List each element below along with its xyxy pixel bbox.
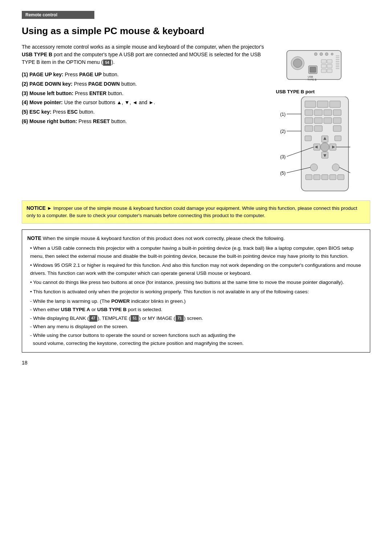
notice-text: Improper use of the simple mouse & keybo… (26, 205, 357, 218)
ref-71: 71 (176, 315, 184, 322)
svg-rect-27 (317, 101, 328, 107)
key-list: (1) PAGE UP key: Press PAGE UP button. (… (22, 70, 269, 126)
svg-rect-20 (327, 60, 332, 63)
svg-rect-37 (305, 126, 313, 131)
note-intro: NOTE When the simple mouse & keyboard fu… (27, 234, 365, 243)
svg-point-6 (331, 53, 333, 55)
svg-rect-32 (333, 110, 341, 115)
projector-svg: USB TYPE B (276, 43, 348, 85)
list-text-2: Press PAGE DOWN button. (73, 81, 137, 87)
svg-rect-39 (333, 126, 341, 131)
ref-47: 47 (89, 315, 97, 322)
note-bullet-3: • You cannot do things like press two bu… (30, 278, 365, 286)
list-text-6: Press RESET button. (77, 118, 127, 124)
svg-rect-53 (306, 175, 312, 180)
svg-rect-21 (321, 64, 326, 68)
svg-rect-36 (333, 118, 341, 123)
note-dash-4: - When any menu is displayed on the scre… (30, 323, 365, 331)
svg-text:TYPE B: TYPE B (307, 78, 317, 81)
svg-rect-28 (330, 101, 340, 107)
svg-rect-35 (324, 118, 332, 123)
svg-text:USB: USB (308, 76, 313, 78)
note-intro-text: When the simple mouse & keyboard functio… (43, 236, 285, 241)
svg-rect-57 (338, 175, 344, 180)
svg-rect-24 (327, 69, 332, 73)
page-title: Using as a simple PC mouse & keyboard (22, 25, 370, 37)
note-bullet-4: • This function is activated only when t… (30, 288, 365, 296)
svg-point-44 (320, 143, 329, 151)
notice-arrow: ► (47, 205, 52, 211)
intro-bold-1: USB TYPE B (22, 52, 52, 57)
notice-box: NOTICE ► Improper use of the simple mous… (22, 200, 370, 224)
svg-rect-34 (314, 118, 322, 123)
svg-rect-55 (322, 175, 328, 180)
intro-text-1: The accessory remote control works as a … (22, 44, 264, 50)
remote-svg: (1) (2) (3) (5) (279, 97, 352, 195)
note-dash-1: - While the lamp is warming up. (The POW… (30, 297, 365, 305)
ref-box-1: 54 (103, 60, 111, 66)
intro-text-2: port and the computer's type A USB port … (22, 52, 261, 65)
right-column: USB TYPE B USB TYPE B port (276, 43, 370, 195)
svg-point-4 (320, 53, 323, 56)
note-bullet-1: • When a USB cable connects this project… (30, 244, 365, 260)
svg-rect-22 (327, 64, 332, 68)
list-item-2: (2) PAGE DOWN key: Press PAGE DOWN butto… (22, 80, 269, 89)
svg-rect-56 (330, 175, 336, 180)
svg-rect-26 (305, 101, 316, 107)
remote-diagram: (1) (2) (3) (5) (279, 97, 352, 195)
list-item-3: (3) Mouse left button: Press ENTER butto… (22, 89, 269, 98)
projector-illustration: USB TYPE B (276, 43, 370, 86)
note-dash-3: - While displaying BLANK (47), TEMPLATE … (30, 314, 365, 322)
svg-point-51 (310, 164, 318, 171)
svg-rect-31 (324, 110, 332, 115)
header-bar: Remote control (22, 11, 94, 19)
svg-point-5 (325, 53, 328, 56)
intro-paragraph: The accessory remote control works as a … (22, 43, 269, 66)
svg-text:(5): (5) (280, 171, 286, 176)
note-bullet-2: • Windows 95 OSR 2.1 or higher is requir… (30, 261, 365, 277)
list-text-4: Use the cursor buttons ▲, ▼, ◄ and ►. (63, 99, 155, 105)
usb-type-b-label: USB TYPE B port (276, 89, 370, 94)
note-box: NOTE When the simple mouse & keyboard fu… (22, 229, 370, 353)
svg-text:(3): (3) (280, 154, 286, 159)
svg-rect-19 (321, 60, 326, 63)
list-item-5: (5) ESC key: Press ESC button. (22, 108, 269, 117)
svg-rect-54 (314, 175, 320, 180)
list-text-3: Press ENTER button. (73, 90, 123, 96)
list-text-5: Press ESC button. (52, 109, 95, 115)
svg-rect-30 (314, 110, 322, 115)
svg-rect-49 (305, 136, 311, 141)
svg-rect-23 (321, 69, 326, 73)
note-label: NOTE (27, 235, 41, 241)
svg-text:(2): (2) (280, 129, 286, 134)
intro-text-3: ). (111, 59, 115, 65)
list-item-6: (6) Mouse right button: Press RESET butt… (22, 117, 269, 126)
list-item-4: (4) Move pointer: Use the cursor buttons… (22, 98, 269, 107)
svg-point-52 (332, 164, 339, 171)
ref-51: 51 (131, 315, 139, 322)
note-dash-2: - When either USB TYPE A or USB TYPE B p… (30, 306, 365, 314)
notice-label: NOTICE (26, 205, 46, 211)
svg-text:(1): (1) (280, 112, 286, 117)
svg-rect-33 (305, 118, 313, 123)
list-text-1: Press PAGE UP button. (64, 72, 119, 77)
svg-point-2 (293, 59, 302, 68)
note-dash-5: - While using the cursor buttons to oper… (30, 331, 365, 347)
svg-rect-16 (310, 67, 316, 72)
svg-rect-38 (314, 126, 322, 131)
list-item-1: (1) PAGE UP key: Press PAGE UP button. (22, 70, 269, 79)
page-number: 18 (22, 360, 370, 366)
svg-point-3 (314, 53, 317, 56)
svg-rect-29 (305, 110, 313, 115)
svg-rect-50 (335, 136, 341, 141)
main-text-block: The accessory remote control works as a … (22, 43, 269, 195)
